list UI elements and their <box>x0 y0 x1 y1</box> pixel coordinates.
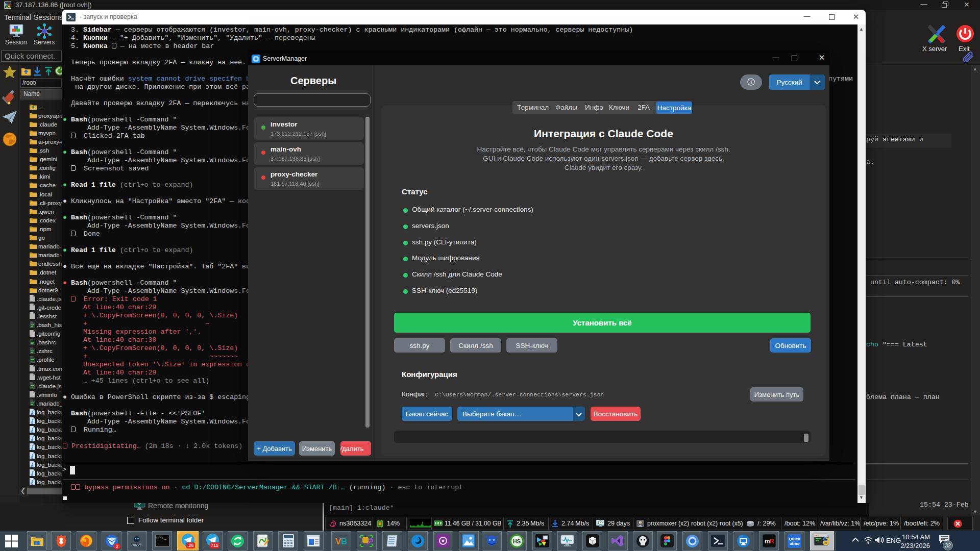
svg-text:B: B <box>341 537 347 546</box>
svg-text:FRKKY: FRKKY <box>133 544 141 547</box>
svg-text:Quick: Quick <box>789 537 800 541</box>
svg-text:HS: HS <box>513 538 521 544</box>
svg-text:utmo: utmo <box>790 541 800 546</box>
svg-text:R: R <box>770 538 774 545</box>
